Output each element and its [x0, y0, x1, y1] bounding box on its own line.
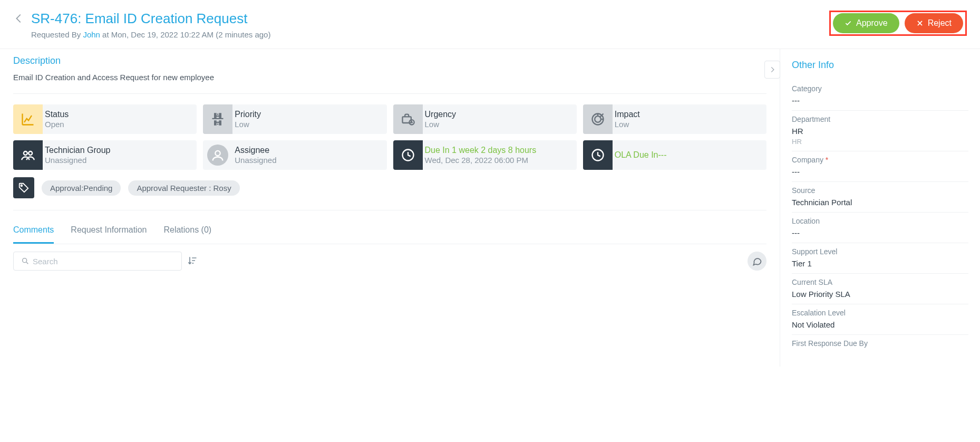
field-company-label: Company * — [792, 156, 968, 164]
tags-row: Approval:Pending Approval Requester : Ro… — [13, 177, 766, 210]
priority-value: Low — [235, 120, 261, 130]
header-left: SR-476: Email ID Creation Request Reques… — [13, 11, 270, 39]
field-company-value: --- — [792, 167, 968, 176]
requested-user-link[interactable]: John — [83, 30, 100, 39]
due-label: Due In 1 week 2 days 8 hours — [425, 145, 537, 156]
svg-point-6 — [216, 151, 220, 156]
ola-label: OLA Due In--- — [615, 150, 667, 160]
field-current-sla[interactable]: Current SLA Low Priority SLA — [792, 274, 968, 304]
field-department-value: HR — [792, 127, 968, 136]
field-first-response-label: First Response Due By — [792, 339, 968, 348]
urgency-label: Urgency — [425, 109, 457, 120]
tag-approval-requester[interactable]: Approval Requester : Rosy — [128, 180, 239, 196]
chat-icon — [752, 256, 762, 266]
status-icon — [13, 104, 43, 134]
svg-point-9 — [21, 185, 23, 187]
tab-comments[interactable]: Comments — [13, 220, 54, 244]
search-icon — [21, 257, 30, 265]
clock-icon — [583, 140, 613, 170]
field-department-sub: HR — [792, 138, 968, 146]
tech-group-card[interactable]: Technician Group Unassigned — [13, 140, 197, 170]
tab-relations[interactable]: Relations (0) — [163, 220, 211, 244]
description-heading: Description — [13, 55, 766, 66]
status-label: Status — [45, 109, 69, 120]
page-header: SR-476: Email ID Creation Request Reques… — [0, 0, 980, 49]
field-company[interactable]: Company * --- — [792, 151, 968, 182]
comments-search-input[interactable] — [33, 257, 177, 266]
close-icon — [916, 20, 924, 27]
impact-card[interactable]: Impact Low — [583, 104, 766, 134]
field-sla-value: Low Priority SLA — [792, 290, 968, 299]
field-location[interactable]: Location --- — [792, 213, 968, 243]
chevron-right-icon — [769, 66, 776, 73]
approve-label: Approve — [856, 18, 888, 28]
svg-point-4 — [24, 151, 27, 155]
field-source-value: Technician Portal — [792, 198, 968, 207]
field-category-value: --- — [792, 96, 968, 105]
briefcase-clock-icon — [393, 104, 423, 134]
comments-toolbar — [13, 252, 766, 271]
svg-point-5 — [28, 151, 32, 155]
assignee-label: Assignee — [235, 145, 276, 156]
status-card[interactable]: Status Open — [13, 104, 197, 134]
field-sla-label: Current SLA — [792, 278, 968, 286]
status-value: Open — [45, 120, 69, 130]
requested-by-line: Requested By John at Mon, Dec 19, 2022 1… — [31, 30, 270, 39]
group-icon — [13, 140, 43, 170]
field-support-label: Support Level — [792, 247, 968, 256]
priority-icon — [203, 104, 232, 134]
title-block: SR-476: Email ID Creation Request Reques… — [31, 11, 270, 39]
impact-value: Low — [615, 120, 640, 130]
requested-suffix: at Mon, Dec 19, 2022 10:22 AM (2 minutes… — [100, 30, 271, 39]
target-icon — [583, 104, 613, 134]
priority-card[interactable]: Priority Low — [203, 104, 386, 134]
due-card[interactable]: Due In 1 week 2 days 8 hours Wed, Dec 28… — [393, 140, 577, 170]
due-value: Wed, Dec 28, 2022 06:00 PM — [425, 156, 537, 166]
urgency-value: Low — [425, 120, 457, 130]
sort-button[interactable] — [187, 255, 198, 267]
field-category[interactable]: Category --- — [792, 80, 968, 111]
field-department[interactable]: Department HR HR — [792, 111, 968, 151]
detail-tabs: Comments Request Information Relations (… — [13, 220, 766, 244]
sort-icon — [187, 255, 198, 266]
ola-card[interactable]: OLA Due In--- — [583, 140, 766, 170]
new-comment-button[interactable] — [748, 252, 766, 271]
field-location-label: Location — [792, 217, 968, 225]
field-category-label: Category — [792, 84, 968, 93]
field-source[interactable]: Source Technician Portal — [792, 182, 968, 213]
other-info-title: Other Info — [792, 60, 968, 71]
field-source-label: Source — [792, 186, 968, 195]
field-first-response[interactable]: First Response Due By — [792, 335, 968, 356]
approval-actions-highlight: Approve Reject — [829, 11, 967, 36]
description-body: Email ID Creation and Access Request for… — [13, 73, 766, 94]
tech-group-label: Technician Group — [45, 145, 111, 156]
tab-request-information[interactable]: Request Information — [71, 220, 147, 244]
requested-prefix: Requested By — [31, 30, 83, 39]
field-escalation-label: Escalation Level — [792, 309, 968, 317]
reject-label: Reject — [928, 18, 952, 28]
back-arrow-icon[interactable] — [13, 11, 25, 26]
field-support-value: Tier 1 — [792, 259, 968, 268]
comments-search-wrap — [13, 252, 182, 271]
field-support-level[interactable]: Support Level Tier 1 — [792, 243, 968, 274]
field-escalation[interactable]: Escalation Level Not Violated — [792, 304, 968, 335]
ticket-title: SR-476: Email ID Creation Request — [31, 11, 270, 27]
assignee-value: Unassigned — [235, 156, 276, 166]
stats-grid-row1: Status Open Priority Low — [13, 104, 766, 134]
collapse-sidebar-button[interactable] — [764, 61, 780, 79]
other-info-panel: Other Info Category --- Department HR HR… — [780, 49, 980, 367]
assignee-card[interactable]: Assignee Unassigned — [203, 140, 386, 170]
field-escalation-value: Not Violated — [792, 320, 968, 329]
approve-button[interactable]: Approve — [833, 13, 899, 33]
tags-icon[interactable] — [13, 177, 34, 198]
tag-approval-pending[interactable]: Approval:Pending — [42, 180, 121, 196]
field-department-label: Department — [792, 115, 968, 123]
reject-button[interactable]: Reject — [905, 13, 963, 33]
field-location-value: --- — [792, 228, 968, 237]
priority-label: Priority — [235, 109, 261, 120]
check-icon — [845, 20, 852, 27]
impact-label: Impact — [615, 109, 640, 120]
urgency-card[interactable]: Urgency Low — [393, 104, 577, 134]
clock-icon — [393, 140, 423, 170]
stats-grid-row2: Technician Group Unassigned Assignee Una… — [13, 140, 766, 170]
